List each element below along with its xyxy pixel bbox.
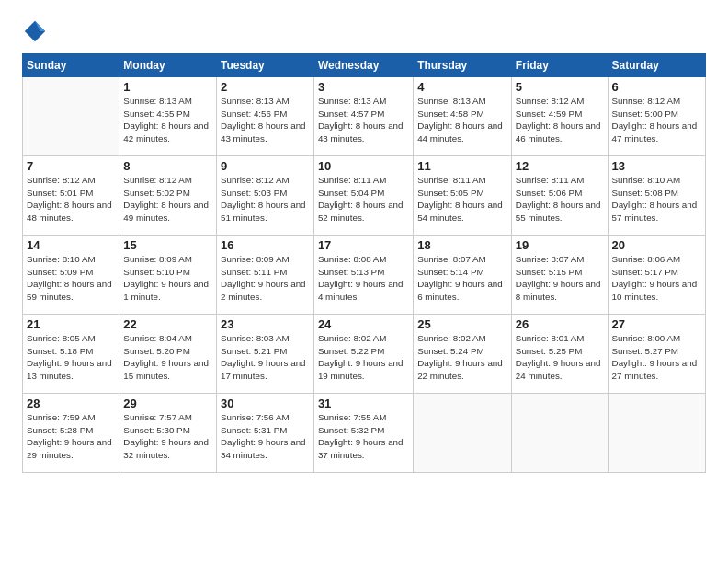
header xyxy=(22,18,706,44)
day-info: Sunrise: 8:06 AM Sunset: 5:17 PM Dayligh… xyxy=(612,253,701,304)
table-row: 24Sunrise: 8:02 AM Sunset: 5:22 PM Dayli… xyxy=(313,315,413,394)
day-info: Sunrise: 8:07 AM Sunset: 5:14 PM Dayligh… xyxy=(417,253,507,304)
table-row: 8Sunrise: 8:12 AM Sunset: 5:02 PM Daylig… xyxy=(119,156,217,236)
header-monday: Monday xyxy=(119,54,217,77)
header-friday: Friday xyxy=(511,54,608,77)
table-row xyxy=(414,394,512,473)
table-row: 30Sunrise: 7:56 AM Sunset: 5:31 PM Dayli… xyxy=(216,394,313,473)
day-info: Sunrise: 8:12 AM Sunset: 5:01 PM Dayligh… xyxy=(27,174,115,224)
table-row: 5Sunrise: 8:12 AM Sunset: 4:59 PM Daylig… xyxy=(511,77,608,156)
calendar-week-1: 7Sunrise: 8:12 AM Sunset: 5:01 PM Daylig… xyxy=(23,156,706,236)
table-row: 19Sunrise: 8:07 AM Sunset: 5:15 PM Dayli… xyxy=(511,236,608,315)
calendar-week-4: 28Sunrise: 7:59 AM Sunset: 5:28 PM Dayli… xyxy=(23,394,706,473)
day-info: Sunrise: 8:13 AM Sunset: 4:56 PM Dayligh… xyxy=(221,95,310,145)
day-info: Sunrise: 7:56 AM Sunset: 5:31 PM Dayligh… xyxy=(221,411,310,462)
day-info: Sunrise: 8:13 AM Sunset: 4:55 PM Dayligh… xyxy=(123,95,212,145)
calendar-week-2: 14Sunrise: 8:10 AM Sunset: 5:09 PM Dayli… xyxy=(23,236,706,315)
day-number: 13 xyxy=(612,159,701,173)
day-number: 17 xyxy=(318,238,409,252)
table-row: 7Sunrise: 8:12 AM Sunset: 5:01 PM Daylig… xyxy=(23,156,119,236)
day-number: 19 xyxy=(516,238,604,252)
day-info: Sunrise: 8:12 AM Sunset: 5:03 PM Dayligh… xyxy=(221,174,310,224)
header-thursday: Thursday xyxy=(414,54,512,77)
logo-icon xyxy=(22,18,48,44)
table-row: 18Sunrise: 8:07 AM Sunset: 5:14 PM Dayli… xyxy=(414,236,512,315)
header-saturday: Saturday xyxy=(608,54,705,77)
day-number: 31 xyxy=(318,396,409,410)
day-info: Sunrise: 7:59 AM Sunset: 5:28 PM Dayligh… xyxy=(27,411,115,462)
table-row: 15Sunrise: 8:09 AM Sunset: 5:10 PM Dayli… xyxy=(119,236,217,315)
day-info: Sunrise: 8:02 AM Sunset: 5:22 PM Dayligh… xyxy=(318,332,409,383)
day-info: Sunrise: 8:08 AM Sunset: 5:13 PM Dayligh… xyxy=(318,253,409,304)
day-info: Sunrise: 8:00 AM Sunset: 5:27 PM Dayligh… xyxy=(612,332,701,383)
page: Sunday Monday Tuesday Wednesday Thursday… xyxy=(0,0,728,563)
day-number: 28 xyxy=(27,396,115,410)
day-info: Sunrise: 8:02 AM Sunset: 5:24 PM Dayligh… xyxy=(417,332,507,383)
day-number: 16 xyxy=(221,238,310,252)
calendar-header: Sunday Monday Tuesday Wednesday Thursday… xyxy=(23,54,706,77)
table-row: 29Sunrise: 7:57 AM Sunset: 5:30 PM Dayli… xyxy=(119,394,217,473)
table-row: 10Sunrise: 8:11 AM Sunset: 5:04 PM Dayli… xyxy=(313,156,413,236)
day-info: Sunrise: 8:09 AM Sunset: 5:11 PM Dayligh… xyxy=(221,253,310,304)
table-row: 12Sunrise: 8:11 AM Sunset: 5:06 PM Dayli… xyxy=(511,156,608,236)
day-number: 30 xyxy=(221,396,310,410)
day-number: 20 xyxy=(612,238,701,252)
day-number: 7 xyxy=(27,159,115,173)
table-row: 2Sunrise: 8:13 AM Sunset: 4:56 PM Daylig… xyxy=(216,77,313,156)
table-row: 6Sunrise: 8:12 AM Sunset: 5:00 PM Daylig… xyxy=(608,77,705,156)
day-number: 14 xyxy=(27,238,115,252)
day-info: Sunrise: 8:12 AM Sunset: 5:00 PM Dayligh… xyxy=(612,95,701,145)
table-row xyxy=(511,394,608,473)
table-row: 13Sunrise: 8:10 AM Sunset: 5:08 PM Dayli… xyxy=(608,156,705,236)
day-info: Sunrise: 8:07 AM Sunset: 5:15 PM Dayligh… xyxy=(516,253,604,304)
table-row xyxy=(23,77,119,156)
table-row: 23Sunrise: 8:03 AM Sunset: 5:21 PM Dayli… xyxy=(216,315,313,394)
header-wednesday: Wednesday xyxy=(313,54,413,77)
table-row: 14Sunrise: 8:10 AM Sunset: 5:09 PM Dayli… xyxy=(23,236,119,315)
day-info: Sunrise: 7:57 AM Sunset: 5:30 PM Dayligh… xyxy=(123,411,212,462)
table-row: 25Sunrise: 8:02 AM Sunset: 5:24 PM Dayli… xyxy=(414,315,512,394)
header-tuesday: Tuesday xyxy=(216,54,313,77)
day-number: 26 xyxy=(516,317,604,331)
table-row: 27Sunrise: 8:00 AM Sunset: 5:27 PM Dayli… xyxy=(608,315,705,394)
day-number: 3 xyxy=(318,80,409,94)
calendar-week-0: 1Sunrise: 8:13 AM Sunset: 4:55 PM Daylig… xyxy=(23,77,706,156)
day-number: 5 xyxy=(516,80,604,94)
calendar: Sunday Monday Tuesday Wednesday Thursday… xyxy=(22,53,706,473)
day-number: 23 xyxy=(221,317,310,331)
day-info: Sunrise: 8:12 AM Sunset: 5:02 PM Dayligh… xyxy=(123,174,212,224)
table-row xyxy=(608,394,705,473)
day-number: 1 xyxy=(123,80,212,94)
day-number: 6 xyxy=(612,80,701,94)
weekday-row: Sunday Monday Tuesday Wednesday Thursday… xyxy=(23,54,706,77)
calendar-body: 1Sunrise: 8:13 AM Sunset: 4:55 PM Daylig… xyxy=(23,77,706,473)
table-row: 28Sunrise: 7:59 AM Sunset: 5:28 PM Dayli… xyxy=(23,394,119,473)
day-number: 25 xyxy=(417,317,507,331)
day-info: Sunrise: 8:11 AM Sunset: 5:06 PM Dayligh… xyxy=(516,174,604,224)
logo xyxy=(22,18,51,44)
table-row: 31Sunrise: 7:55 AM Sunset: 5:32 PM Dayli… xyxy=(313,394,413,473)
table-row: 20Sunrise: 8:06 AM Sunset: 5:17 PM Dayli… xyxy=(608,236,705,315)
day-info: Sunrise: 8:13 AM Sunset: 4:58 PM Dayligh… xyxy=(417,95,507,145)
day-number: 18 xyxy=(417,238,507,252)
day-number: 8 xyxy=(123,159,212,173)
day-info: Sunrise: 8:03 AM Sunset: 5:21 PM Dayligh… xyxy=(221,332,310,383)
day-number: 10 xyxy=(318,159,409,173)
table-row: 1Sunrise: 8:13 AM Sunset: 4:55 PM Daylig… xyxy=(119,77,217,156)
table-row: 26Sunrise: 8:01 AM Sunset: 5:25 PM Dayli… xyxy=(511,315,608,394)
day-number: 15 xyxy=(123,238,212,252)
day-number: 4 xyxy=(417,80,507,94)
day-info: Sunrise: 8:10 AM Sunset: 5:08 PM Dayligh… xyxy=(612,174,701,224)
day-info: Sunrise: 8:01 AM Sunset: 5:25 PM Dayligh… xyxy=(516,332,604,383)
day-info: Sunrise: 8:13 AM Sunset: 4:57 PM Dayligh… xyxy=(318,95,409,145)
header-sunday: Sunday xyxy=(23,54,119,77)
day-number: 29 xyxy=(123,396,212,410)
day-number: 27 xyxy=(612,317,701,331)
table-row: 9Sunrise: 8:12 AM Sunset: 5:03 PM Daylig… xyxy=(216,156,313,236)
table-row: 22Sunrise: 8:04 AM Sunset: 5:20 PM Dayli… xyxy=(119,315,217,394)
calendar-week-3: 21Sunrise: 8:05 AM Sunset: 5:18 PM Dayli… xyxy=(23,315,706,394)
table-row: 21Sunrise: 8:05 AM Sunset: 5:18 PM Dayli… xyxy=(23,315,119,394)
table-row: 4Sunrise: 8:13 AM Sunset: 4:58 PM Daylig… xyxy=(414,77,512,156)
day-info: Sunrise: 8:10 AM Sunset: 5:09 PM Dayligh… xyxy=(27,253,115,304)
day-info: Sunrise: 8:12 AM Sunset: 4:59 PM Dayligh… xyxy=(516,95,604,145)
